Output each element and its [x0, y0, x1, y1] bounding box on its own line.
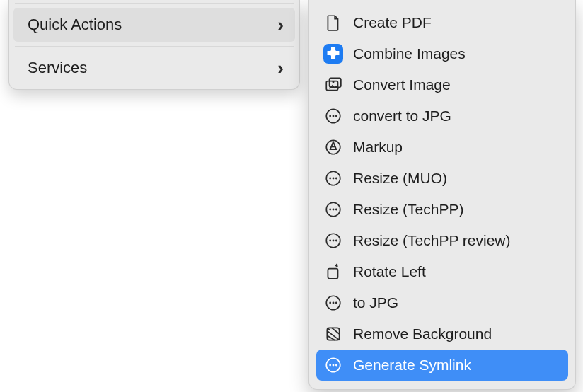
- menu-item-label: Services: [28, 59, 277, 77]
- chevron-right-icon: ›: [277, 14, 284, 36]
- svg-point-2: [332, 81, 334, 83]
- svg-point-11: [335, 178, 337, 180]
- ellipsis-icon: [323, 168, 343, 188]
- svg-point-13: [329, 209, 331, 211]
- svg-rect-1: [330, 78, 341, 87]
- svg-point-22: [329, 302, 331, 304]
- action-markup[interactable]: Markup: [316, 132, 568, 163]
- svg-point-24: [335, 302, 337, 304]
- svg-point-27: [329, 364, 331, 367]
- menu-item-label: Quick Actions: [28, 16, 277, 34]
- menu-item-quick-actions[interactable]: Quick Actions ›: [13, 8, 295, 42]
- action-generate-symlink[interactable]: Generate Symlink: [316, 350, 568, 381]
- action-resize-techpp-review[interactable]: Resize (TechPP review): [316, 225, 568, 256]
- ellipsis-icon: [323, 355, 343, 375]
- svg-point-9: [329, 178, 331, 180]
- action-label: Create PDF: [353, 14, 560, 31]
- action-label: convert to JPG: [353, 108, 560, 125]
- context-menu: Quick Actions › Services ›: [8, 0, 300, 90]
- svg-point-14: [333, 209, 335, 211]
- svg-point-29: [335, 364, 337, 367]
- svg-point-5: [333, 115, 335, 117]
- menu-item-services[interactable]: Services ›: [9, 51, 299, 85]
- svg-point-17: [329, 240, 331, 242]
- action-label: Resize (MUO): [353, 170, 560, 187]
- action-label: Resize (TechPP review): [353, 232, 560, 249]
- svg-point-28: [333, 364, 335, 367]
- action-label: Remove Background: [353, 325, 560, 342]
- action-label: Combine Images: [353, 45, 560, 62]
- action-label: to JPG: [353, 294, 560, 311]
- action-rotate-left[interactable]: Rotate Left: [316, 256, 568, 287]
- rotate-left-icon: [323, 262, 343, 282]
- document-icon: [323, 13, 343, 33]
- action-convert-image[interactable]: Convert Image: [316, 69, 568, 100]
- markup-icon: [323, 137, 343, 157]
- action-create-pdf[interactable]: Create PDF: [316, 7, 568, 38]
- ellipsis-icon: [323, 293, 343, 313]
- action-to-jpg[interactable]: to JPG: [316, 287, 568, 318]
- svg-point-4: [329, 115, 331, 117]
- menu-separator: [15, 46, 294, 47]
- action-label: Generate Symlink: [353, 357, 560, 374]
- action-label: Markup: [353, 139, 560, 156]
- ellipsis-icon: [323, 106, 343, 126]
- action-label: Resize (TechPP): [353, 201, 560, 218]
- chevron-right-icon: ›: [277, 57, 284, 79]
- remove-background-icon: [323, 324, 343, 344]
- action-remove-background[interactable]: Remove Background: [316, 318, 568, 350]
- ellipsis-icon: [323, 200, 343, 219]
- action-convert-to-jpg[interactable]: convert to JPG: [316, 100, 568, 132]
- action-combine-images[interactable]: Combine Images: [316, 38, 568, 69]
- action-resize-techpp[interactable]: Resize (TechPP): [316, 194, 568, 225]
- svg-point-18: [333, 240, 335, 242]
- quick-actions-submenu: Create PDF Combine Images Convert Image: [308, 0, 576, 390]
- menu-separator: [15, 3, 294, 4]
- plugin-icon: [323, 44, 343, 64]
- svg-point-6: [335, 115, 337, 117]
- svg-rect-20: [328, 269, 337, 279]
- images-icon: [323, 75, 343, 95]
- svg-point-10: [333, 178, 335, 180]
- submenu-list: Create PDF Combine Images Convert Image: [316, 7, 568, 381]
- action-label: Rotate Left: [353, 263, 560, 280]
- svg-point-19: [335, 240, 337, 242]
- ellipsis-icon: [323, 231, 343, 250]
- action-resize-muo[interactable]: Resize (MUO): [316, 163, 568, 194]
- svg-point-15: [335, 209, 337, 211]
- svg-point-23: [333, 302, 335, 304]
- action-label: Convert Image: [353, 76, 560, 93]
